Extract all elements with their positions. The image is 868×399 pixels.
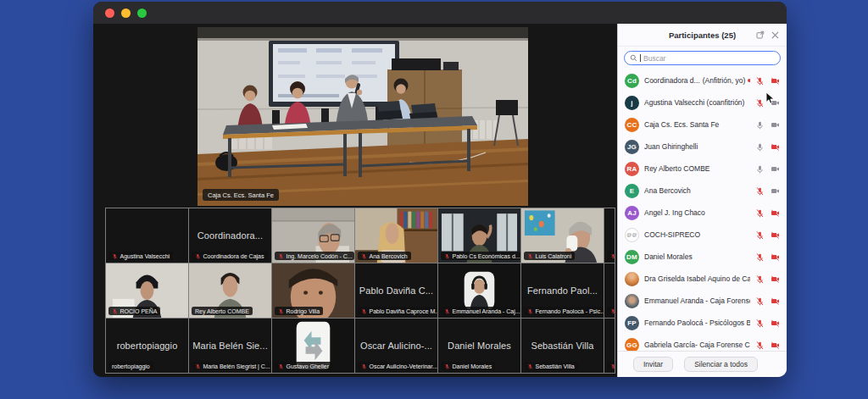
mic-icon[interactable] — [278, 253, 284, 259]
camera-icon[interactable] — [771, 186, 780, 196]
participant-avatar: CC — [625, 118, 639, 132]
mic-icon[interactable] — [527, 308, 533, 314]
video-thumbnail[interactable]: Oscar Aulicino-... Oscar Aulicino-Veteri… — [355, 319, 437, 373]
video-area: Caja Cs. Ecs. Santa Fe Agustina Valsecch… — [93, 24, 617, 377]
mic-icon[interactable] — [112, 253, 118, 259]
mic-icon[interactable] — [755, 186, 765, 196]
zoom-meeting-window: Caja Cs. Ecs. Santa Fe Agustina Valsecch… — [93, 2, 787, 377]
camera-icon[interactable] — [771, 142, 780, 152]
search-icon — [630, 54, 637, 62]
participants-list: CdCoordinadora d...(Anfitrión, yo) jAgus… — [618, 67, 787, 351]
participant-row[interactable]: jAgustina Valsecchi (coanfitrión) — [618, 91, 787, 114]
camera-icon[interactable] — [771, 120, 780, 130]
video-thumbnail[interactable]: Pablo Cs Económicas d... — [438, 208, 520, 263]
mic-icon[interactable] — [755, 230, 765, 240]
video-thumbnail-cropped[interactable] — [604, 319, 615, 373]
camera-icon[interactable] — [771, 230, 780, 240]
participant-name: Dra Griselda Isabel Aquino de Cab... — [644, 274, 750, 283]
participant-row[interactable]: Emmanuel Aranda - Caja Forense... — [618, 290, 787, 312]
mic-icon[interactable] — [755, 208, 765, 218]
thumbnail-name-label: Fernando Paolocá - Psic... — [524, 307, 604, 315]
thumbnail-name-label: Ing. Marcelo Codón - C... — [275, 252, 354, 260]
camera-icon[interactable] — [771, 164, 780, 174]
mic-icon[interactable] — [610, 253, 615, 259]
mic-icon[interactable] — [755, 252, 765, 262]
mic-icon[interactable] — [444, 253, 450, 259]
mic-icon[interactable] — [755, 296, 765, 306]
search-input[interactable] — [643, 54, 775, 63]
participant-thumbnail-grid: Agustina ValsecchiCoordinadora... Coordi… — [105, 208, 615, 374]
camera-icon[interactable] — [771, 252, 780, 262]
minimize-traffic-light[interactable] — [121, 8, 131, 18]
mic-icon[interactable] — [610, 308, 615, 314]
video-thumbnail[interactable]: Maria Belén Sie... Maria Belén Siegrist … — [189, 319, 271, 373]
mic-icon[interactable] — [610, 363, 615, 369]
mic-icon[interactable] — [444, 363, 450, 369]
participant-row[interactable]: RARey Alberto COMBE — [618, 158, 787, 180]
mic-icon[interactable] — [278, 308, 284, 314]
mic-icon[interactable] — [444, 308, 450, 314]
participants-panel: Participantes (25) — [617, 24, 787, 377]
mic-icon[interactable] — [755, 319, 765, 328]
pop-out-icon[interactable] — [756, 30, 765, 39]
participant-row[interactable]: FPFernando Paolocá - Psicólogos Bs... — [618, 312, 787, 334]
mouse-cursor-icon — [765, 91, 775, 105]
camera-icon[interactable] — [771, 208, 780, 218]
video-thumbnail[interactable]: Pablo Daviña C... Pablo Daviña Caproce M… — [355, 263, 437, 318]
close-panel-icon[interactable] — [771, 31, 779, 39]
video-thumbnail[interactable]: Coordinadora... Coordinadora de Cajas — [189, 208, 271, 263]
thumbnail-name-label: Gustavo Gheller — [275, 362, 332, 370]
video-thumbnail[interactable]: Rodrigo Villa — [272, 263, 354, 318]
invite-button[interactable]: Invitar — [633, 357, 673, 372]
video-thumbnail[interactable]: Ana Bercovich — [355, 208, 437, 263]
participant-row[interactable]: @@COCH-SIPRECO — [618, 224, 787, 246]
video-thumbnail[interactable]: ROCIO PEÑA — [106, 263, 188, 318]
mic-icon[interactable] — [755, 142, 765, 152]
participant-search-box[interactable] — [624, 51, 781, 65]
mic-icon[interactable] — [755, 76, 765, 86]
video-thumbnail[interactable]: Daniel Morales Daniel Morales — [438, 319, 520, 373]
participant-row[interactable]: JGJuan Ghiringhelli — [618, 136, 787, 158]
video-thumbnail[interactable]: Agustina Valsecchi — [106, 208, 188, 263]
conference-room-scene — [198, 27, 528, 206]
fullscreen-traffic-light[interactable] — [137, 8, 147, 18]
participant-name: Gabriela García- Caja Forense Cha... — [644, 341, 750, 349]
mic-icon[interactable] — [755, 274, 765, 284]
mic-icon[interactable] — [527, 253, 533, 259]
participant-avatar: E — [625, 184, 639, 198]
mic-icon[interactable] — [361, 363, 367, 369]
mic-icon[interactable] — [195, 363, 201, 369]
participant-row[interactable]: EAna Bercovich — [618, 180, 787, 202]
video-thumbnail-cropped[interactable] — [604, 263, 615, 318]
video-thumbnail[interactable]: Sebastián Villa Sebastián Villa — [521, 319, 604, 373]
mic-icon[interactable] — [527, 363, 533, 369]
participant-row[interactable]: CdCoordinadora d...(Anfitrión, yo) — [618, 69, 787, 91]
active-speaker-video[interactable]: Caja Cs. Ecs. Santa Fe — [198, 27, 528, 206]
participant-row[interactable]: DMDaniel Morales — [618, 246, 787, 268]
close-traffic-light[interactable] — [105, 8, 114, 18]
mic-icon[interactable] — [195, 253, 201, 259]
participant-row[interactable]: CCCaja Cs. Ecs. Santa Fe — [618, 114, 787, 136]
video-thumbnail[interactable]: Ing. Marcelo Codón - C... — [272, 208, 354, 263]
participant-name: Agustina Valsecchi (coanfitrión) — [644, 98, 750, 107]
video-thumbnail[interactable]: Rey Alberto COMBE — [189, 263, 271, 318]
participant-row[interactable]: Dra Griselda Isabel Aquino de Cab... — [618, 268, 787, 290]
camera-icon[interactable] — [771, 319, 780, 328]
video-thumbnail[interactable]: Gestión & Salud Gustavo Gheller — [272, 319, 354, 373]
video-thumbnail[interactable]: Fernando Paol... Fernando Paolocá - Psic… — [521, 263, 604, 318]
mic-icon[interactable] — [755, 98, 765, 108]
video-thumbnail-cropped[interactable] — [604, 208, 615, 263]
mic-icon[interactable] — [278, 363, 284, 369]
video-thumbnail[interactable]: Emmanuel Aranda - Caj... — [438, 263, 520, 318]
mic-icon[interactable] — [112, 308, 118, 314]
video-thumbnail[interactable]: Luis Calatroni — [521, 208, 604, 263]
participant-name: Rey Alberto COMBE — [644, 164, 750, 173]
mic-icon[interactable] — [755, 164, 765, 174]
mic-icon[interactable] — [361, 308, 367, 314]
camera-icon[interactable] — [771, 296, 780, 306]
camera-icon[interactable] — [771, 76, 780, 86]
mic-icon[interactable] — [361, 253, 367, 259]
camera-icon[interactable] — [771, 274, 780, 284]
mic-icon[interactable] — [755, 120, 765, 130]
participant-row[interactable]: AJAngel J. Ing Chaco — [618, 202, 787, 224]
